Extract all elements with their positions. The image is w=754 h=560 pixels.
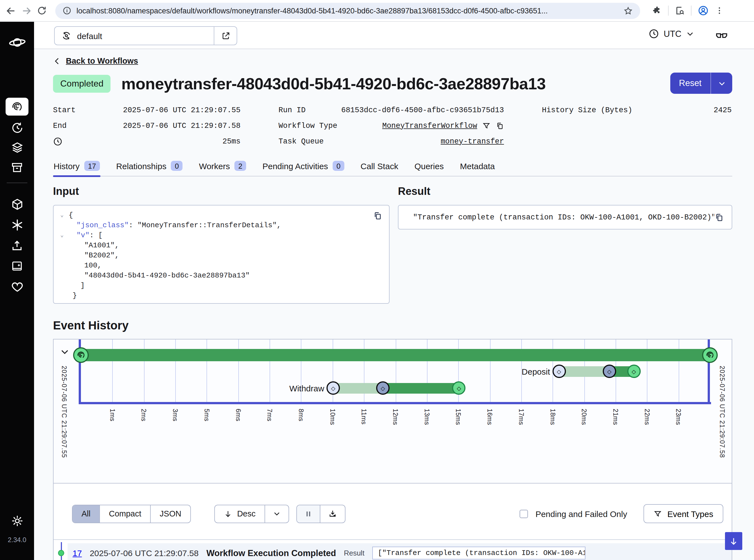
- withdraw-scheduled-marker[interactable]: ◇: [326, 381, 340, 395]
- deposit-scheduled-marker[interactable]: ◇: [552, 365, 566, 378]
- withdraw-activity-label: Withdraw: [289, 384, 324, 393]
- start-label: Start: [53, 106, 76, 114]
- workflow-type-link[interactable]: MoneyTransferWorkflow: [382, 121, 477, 130]
- tab-workers[interactable]: Workers2: [198, 157, 247, 176]
- tick-label: 8ms: [298, 409, 304, 421]
- event-name: Workflow Execution Completed: [206, 548, 336, 558]
- tab-search-icon[interactable]: [675, 5, 685, 16]
- filter-icon[interactable]: [482, 121, 491, 130]
- tab-history[interactable]: History17: [53, 157, 100, 176]
- view-compact-button[interactable]: Compact: [100, 505, 151, 522]
- timeline-chart: Deposit ◇ ◇ ◇ Withdraw ◇ ◇ ◇: [54, 339, 732, 483]
- address-bar[interactable]: localhost:8080/namespaces/default/workfl…: [55, 2, 640, 19]
- withdraw-scheduled-bar[interactable]: [333, 383, 383, 394]
- timezone-selector[interactable]: UTC: [649, 28, 694, 39]
- profile-icon[interactable]: [698, 5, 709, 16]
- sidebar-item-schedules[interactable]: [0, 121, 34, 135]
- chrome-actions: [652, 5, 724, 16]
- temporal-logo-icon[interactable]: [0, 34, 34, 51]
- back-to-workflows-link[interactable]: Back to Workflows: [66, 56, 138, 65]
- tab-label: Call Stack: [361, 161, 398, 171]
- tab-label: Metadata: [460, 161, 495, 171]
- event-history-panel: Deposit ◇ ◇ ◇ Withdraw ◇ ◇ ◇: [53, 339, 732, 560]
- namespace-selector[interactable]: default: [54, 26, 237, 45]
- sidebar-item-archival[interactable]: [0, 161, 34, 174]
- sidebar-divider: [7, 183, 27, 183]
- withdraw-started-marker[interactable]: ◇: [376, 381, 390, 395]
- deposit-started-marker[interactable]: ◇: [603, 365, 616, 378]
- workflow-header: Completed moneytransfer-48043d0d-5b41-49…: [53, 73, 732, 95]
- pause-button[interactable]: [297, 505, 320, 522]
- reset-split-button[interactable]: Reset: [670, 73, 732, 94]
- labs-glasses-icon[interactable]: [715, 29, 728, 42]
- site-info-icon[interactable]: [62, 6, 72, 15]
- tab-relationships[interactable]: Relationships0: [116, 157, 183, 176]
- reset-button[interactable]: Reset: [670, 73, 711, 94]
- event-row[interactable]: 17 2025-07-06 UTC 21:29:07.58 Workflow E…: [67, 543, 732, 560]
- end-label: End: [53, 121, 67, 130]
- copy-icon[interactable]: [714, 213, 724, 222]
- sidebar-item-feedback[interactable]: [0, 280, 34, 294]
- event-id-link[interactable]: 17: [73, 548, 82, 558]
- copy-icon[interactable]: [373, 211, 382, 221]
- event-types-label: Event Types: [667, 509, 713, 518]
- download-button[interactable]: [320, 505, 345, 522]
- scroll-to-bottom-button[interactable]: [725, 532, 742, 550]
- collapse-chevron-icon[interactable]: ⌄: [60, 211, 69, 221]
- event-types-button[interactable]: Event Types: [643, 504, 723, 523]
- reload-icon[interactable]: [37, 5, 47, 16]
- sidebar-item-deployments[interactable]: [0, 198, 34, 211]
- sidebar-item-import-export[interactable]: [0, 239, 34, 252]
- reset-caret-button[interactable]: [711, 73, 732, 94]
- workflow-span-bar[interactable]: [81, 349, 710, 361]
- deposit-scheduled-bar[interactable]: [559, 366, 609, 377]
- json-value: : [: [89, 231, 103, 240]
- view-all-button[interactable]: All: [73, 505, 100, 522]
- tab-count: 17: [84, 161, 100, 171]
- arrow-down-icon: [224, 509, 232, 518]
- workflow-details: Start2025-07-06 UTC 21:29:07.55 End2025-…: [53, 103, 732, 150]
- copy-icon[interactable]: [495, 121, 504, 130]
- task-queue-link[interactable]: money-transfer: [441, 137, 504, 145]
- sidebar-item-batch-operations[interactable]: [0, 141, 34, 154]
- json-array-item: 100,: [69, 261, 102, 271]
- withdraw-completed-marker[interactable]: ◇: [452, 381, 466, 395]
- workflow-end-marker[interactable]: [702, 347, 718, 363]
- withdraw-running-bar[interactable]: [383, 383, 459, 394]
- tab-queries[interactable]: Queries: [414, 157, 444, 176]
- extensions-icon[interactable]: [652, 5, 662, 16]
- sort-options-caret[interactable]: [265, 505, 288, 522]
- collapse-chevron-icon[interactable]: ⌄: [60, 231, 69, 241]
- event-history-controls: All Compact JSON Desc: [54, 504, 732, 523]
- timeline-collapse-icon[interactable]: [60, 347, 70, 357]
- tab-call-stack[interactable]: Call Stack: [360, 157, 399, 176]
- tick-label: 11ms: [361, 409, 367, 425]
- sidebar-item-docs[interactable]: [0, 260, 34, 273]
- forward-icon[interactable]: [21, 5, 32, 16]
- event-history-heading: Event History: [53, 319, 732, 332]
- timeline-axis-area: Deposit ◇ ◇ ◇ Withdraw ◇ ◇ ◇: [81, 339, 710, 483]
- tick-label: 20ms: [581, 409, 587, 425]
- sort-desc-button[interactable]: Desc: [215, 505, 265, 522]
- tick-label: 12ms: [392, 409, 399, 425]
- screen: localhost:8080/namespaces/default/workfl…: [0, 0, 754, 560]
- menu-dots-icon[interactable]: [715, 6, 724, 15]
- result-box: "Transfer complete (transaction IDs: OKW…: [398, 205, 732, 229]
- json-array-item: "48043d0d-5b41-4920-bd6c-3ae28897ba13": [69, 271, 250, 281]
- history-size-value: 2425: [714, 106, 732, 114]
- tab-metadata[interactable]: Metadata: [459, 157, 495, 176]
- sidebar-item-workflows[interactable]: [5, 98, 28, 116]
- bookmark-star-icon[interactable]: [624, 6, 633, 15]
- theme-toggle-icon[interactable]: [0, 514, 34, 527]
- url-text[interactable]: localhost:8080/namespaces/default/workfl…: [77, 6, 618, 15]
- workflow-start-marker[interactable]: [73, 347, 89, 363]
- view-json-button[interactable]: JSON: [151, 505, 190, 522]
- pending-failed-checkbox[interactable]: [520, 509, 528, 518]
- deposit-completed-marker[interactable]: ◇: [627, 365, 640, 378]
- run-id-label: Run ID: [279, 106, 306, 114]
- back-icon[interactable]: [5, 5, 16, 16]
- tab-pending-activities[interactable]: Pending Activities0: [262, 157, 345, 176]
- namespace-open-button[interactable]: [214, 26, 237, 45]
- namespace-select[interactable]: default: [54, 26, 214, 45]
- sidebar-item-nexus[interactable]: [0, 218, 34, 232]
